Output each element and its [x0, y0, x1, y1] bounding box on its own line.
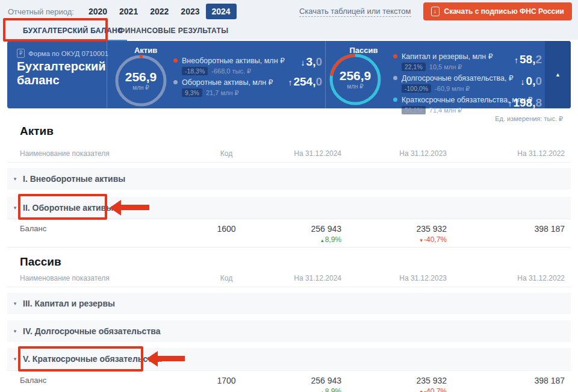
asset-table-header-row: Наименование показателя Код На 31.12.202…: [7, 149, 571, 158]
balance-2022-value: 398 187: [453, 376, 571, 392]
current-assets-change-badge: 9,3%: [182, 89, 202, 97]
longterm-liabilities-change-badge: -100,0%: [402, 84, 431, 93]
balance-row-code: 1600: [205, 224, 248, 247]
trend-down-icon: ▾: [420, 237, 423, 243]
download-table-text-link[interactable]: Скачать таблицей или текстом: [299, 7, 411, 17]
chevron-down-icon: ▾: [7, 300, 23, 306]
col-date-2024: На 31.12.2024: [248, 274, 347, 282]
current-assets-dot-icon: [173, 80, 178, 84]
group-row-noncurrent-assets[interactable]: ▾ I. Внеоборотные активы: [7, 168, 571, 190]
liability-total-value: 256,9: [340, 69, 371, 82]
download-document-icon: ↓: [431, 7, 440, 16]
balance-summary-panel: ₽ Форма по ОКУД 0710001 Бухгалтерский ба…: [7, 41, 571, 108]
collapse-panel-button[interactable]: ▲: [555, 72, 561, 78]
shortterm-liabilities-change-badge: 56,1%: [402, 106, 426, 114]
okud-form-label: Форма по ОКУД 0710001: [28, 50, 108, 57]
year-button-2021[interactable]: 2021: [113, 4, 144, 19]
balance-2024-change: ▴8,9%: [248, 235, 341, 244]
shortterm-liabilities-value: ↑198,8: [482, 96, 542, 110]
col-date-2024: На 31.12.2024: [248, 149, 347, 158]
year-button-2022[interactable]: 2022: [144, 4, 175, 19]
tab-balance-sheet[interactable]: БУХГАЛТЕРСКИЙ БАЛАНС: [19, 26, 127, 42]
panel-title: Бухгалтерский баланс: [17, 60, 113, 87]
group-row-longterm-liabilities[interactable]: ▾ IV. Долгосрочные обязательства: [7, 320, 571, 342]
balance-2024-change: ▴8,9%: [248, 387, 341, 392]
chevron-down-icon: ▾: [7, 356, 23, 362]
col-date-2022: На 31.12.2022: [453, 149, 571, 158]
capital-reserves-dot-icon: [393, 54, 397, 58]
asset-balance-total-row: Баланс 1600 256 943 ▴8,9% 235 932 ▾-40,7…: [7, 219, 571, 247]
liability-section-heading: Пассив: [20, 255, 61, 269]
shortterm-liabilities-dot-icon: [393, 98, 397, 102]
year-button-2020[interactable]: 2020: [82, 4, 113, 19]
longterm-liabilities-dot-icon: [393, 76, 397, 80]
col-name: Наименование показателя: [7, 274, 205, 282]
col-name: Наименование показателя: [7, 149, 205, 158]
okud-form-row: ₽ Форма по ОКУД 0710001: [17, 49, 108, 58]
asset-section-heading: Актив: [20, 125, 54, 138]
arrow-up-icon: ↑: [508, 99, 512, 108]
tab-financial-results[interactable]: ФИНАНСОВЫЕ РЕЗУЛЬТАТЫ: [119, 26, 228, 35]
col-date-2022: На 31.12.2022: [453, 274, 571, 282]
asset-donut-gauge: 256,9 млн ₽: [114, 54, 167, 107]
capital-reserves-change-badge: 22,1%: [402, 63, 426, 71]
balance-2024-value: 256 943: [248, 224, 341, 234]
trend-up-icon: ▴: [321, 237, 324, 243]
year-button-2023[interactable]: 2023: [175, 4, 205, 19]
okud-form-icon: ₽: [17, 49, 25, 58]
capital-reserves-value: ↑58,2: [482, 53, 542, 66]
arrow-down-icon: ↓: [301, 58, 305, 67]
period-label: Отчетный период:: [8, 7, 74, 16]
balance-row-code: 1700: [205, 376, 248, 392]
balance-2022-value: 398 187: [453, 224, 571, 247]
balance-2023-change: ▾-40,7%: [347, 387, 447, 392]
noncurrent-assets-change-badge: -18,3%: [182, 67, 208, 75]
col-code: Код: [205, 274, 248, 282]
download-controls: Скачать таблицей или текстом ↓ Скачать с…: [299, 2, 572, 20]
download-signed-button[interactable]: ↓ Скачать с подписью ФНС России: [423, 2, 572, 20]
noncurrent-assets-dot-icon: [173, 58, 178, 63]
chevron-down-icon: ▾: [7, 205, 23, 211]
year-button-2024-active[interactable]: 2024: [206, 4, 237, 19]
divider-line: [7, 162, 571, 163]
col-date-2023: На 31.12.2023: [347, 149, 453, 158]
arrow-up-icon: ↑: [288, 78, 292, 87]
report-period-bar: Отчетный период: 2020 2021 2022 2023 202…: [8, 4, 237, 19]
balance-row-name: Баланс: [7, 224, 205, 247]
asset-gauge-header: Актив: [107, 46, 184, 55]
col-date-2023: На 31.12.2023: [347, 274, 453, 282]
chevron-down-icon: ▾: [7, 328, 23, 334]
balance-2024-value: 256 943: [248, 376, 341, 385]
trend-up-icon: ▴: [321, 389, 324, 392]
liability-donut-gauge: 256,9 млн ₽: [329, 53, 382, 106]
balance-row-name: Баланс: [7, 376, 205, 392]
noncurrent-assets-value: ↓3,0: [262, 55, 322, 69]
balance-2023-value: 235 932: [347, 224, 447, 234]
liability-balance-total-row: Баланс 1700 256 943 ▴8,9% 235 932 ▾-40,7…: [7, 370, 571, 392]
trend-down-icon: ▾: [420, 389, 423, 392]
download-signed-label: Скачать с подписью ФНС России: [444, 7, 564, 16]
current-assets-value: ↑254,0: [262, 75, 322, 89]
balance-2023-value: 235 932: [347, 376, 447, 385]
asset-total-unit: млн ₽: [132, 84, 149, 91]
divider-line: [7, 287, 571, 287]
balance-2023-change: ▾-40,7%: [347, 235, 447, 244]
units-note: Ед. измерения: тыс. ₽: [495, 115, 563, 123]
panel-divider-2: [325, 41, 326, 108]
col-code: Код: [205, 149, 248, 158]
liability-table-header-row: Наименование показателя Код На 31.12.202…: [7, 274, 571, 282]
group-row-current-assets[interactable]: ▾ II. Оборотные активы: [7, 197, 571, 219]
longterm-liabilities-value: ↓0,0: [482, 75, 542, 88]
liability-total-unit: млн ₽: [347, 83, 363, 90]
arrow-up-icon: ↑: [514, 55, 518, 65]
chevron-down-icon: ▾: [7, 176, 23, 182]
asset-total-value: 256,9: [125, 70, 157, 83]
group-row-shortterm-liabilities[interactable]: ▾ V. Краткосрочные обязательства: [7, 348, 571, 370]
panel-collapse-column: ▲: [545, 41, 571, 108]
arrow-down-icon: ↓: [521, 77, 525, 87]
group-row-capital-reserves[interactable]: ▾ III. Капитал и резервы: [7, 293, 571, 314]
